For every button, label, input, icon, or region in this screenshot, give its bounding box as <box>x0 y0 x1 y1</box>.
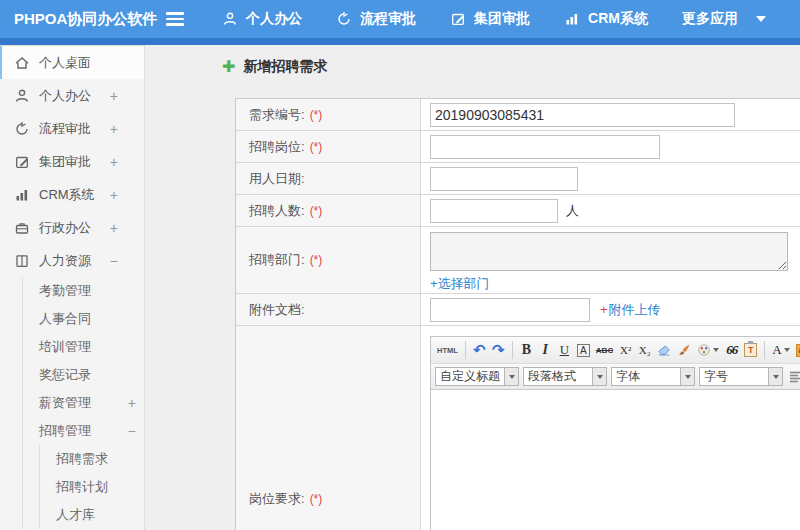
chevron-down-icon[interactable] <box>505 367 519 386</box>
highlight-button[interactable]: ab <box>794 341 800 360</box>
sidebar-item-crm-system[interactable]: CRM系统+ <box>0 178 144 211</box>
paragraph-format-select-value: 段落格式 <box>523 367 593 386</box>
paintbrush-button[interactable] <box>675 341 693 360</box>
sidebar-item-admin-office[interactable]: 行政办公+ <box>0 211 144 244</box>
sidebar-item-label: 个人办公 <box>39 87 91 105</box>
font-family-select[interactable]: 字体 <box>611 367 695 386</box>
font-style-button[interactable]: A <box>575 341 592 360</box>
attachment-upload-link[interactable]: +附件上传 <box>600 301 661 319</box>
expand-icon[interactable]: + <box>110 155 118 169</box>
sidebar-item-workflow-approval[interactable]: 流程审批+ <box>0 112 144 145</box>
expand-icon[interactable]: + <box>110 188 118 202</box>
chart-icon <box>14 187 30 203</box>
nav-item-more-apps[interactable]: 更多应用 <box>682 10 766 28</box>
flow-icon <box>336 11 352 27</box>
page-title: ✚ 新增招聘需求 <box>222 58 327 76</box>
home-icon <box>14 55 30 71</box>
bold-button[interactable]: B <box>518 341 535 360</box>
required-mark: (*) <box>310 253 323 267</box>
paste-button[interactable]: T <box>742 341 759 360</box>
page-title-text: 新增招聘需求 <box>243 58 327 76</box>
editor-toolbar-row2: 自定义标题段落格式字体字号 <box>431 364 800 390</box>
sidebar-subitem-label: 招聘计划 <box>56 478 108 496</box>
required-mark: (*) <box>310 492 323 506</box>
chevron-down-icon <box>713 348 719 352</box>
sidebar-item-personal-desktop[interactable]: 个人桌面 <box>0 46 144 79</box>
department-label: 招聘部门: (*) <box>236 227 421 293</box>
color-palette-button[interactable] <box>695 341 721 360</box>
sidebar-subitem-salary-management[interactable]: 薪资管理+ <box>23 389 144 417</box>
blockquote-button[interactable]: 66 <box>723 341 740 360</box>
sidebar-subitem-training-management[interactable]: 培训管理 <box>23 333 144 361</box>
chevron-down-icon[interactable] <box>769 367 783 386</box>
sidebar-item-group-approval[interactable]: 集团审批+ <box>0 145 144 178</box>
position-label: 招聘岗位: (*) <box>236 131 421 162</box>
date-label: 用人日期: <box>236 163 421 194</box>
nav-item-crm-system[interactable]: CRM系统 <box>564 10 648 28</box>
sidebar-item-human-resources[interactable]: 人力资源− <box>0 244 144 277</box>
font-size-select[interactable]: 字号 <box>699 367 783 386</box>
expand-icon[interactable]: + <box>110 221 118 235</box>
department-textarea[interactable] <box>430 232 788 271</box>
superscript-button[interactable]: X² <box>617 341 634 360</box>
sidebar-item-label: CRM系统 <box>39 186 95 204</box>
attachment-input[interactable] <box>430 298 590 322</box>
briefcase-icon <box>14 220 30 236</box>
collapse-icon[interactable]: − <box>110 254 118 268</box>
subscript-button[interactable]: X₂ <box>636 341 653 360</box>
sidebar-item-personal-office[interactable]: 个人办公+ <box>0 79 144 112</box>
top-bar: PHPOA协同办公软件 个人办公流程审批集团审批CRM系统更多应用 <box>0 0 800 38</box>
select-department-link[interactable]: +选择部门 <box>430 275 490 293</box>
nav-item-workflow-approval[interactable]: 流程审批 <box>336 10 416 28</box>
count-unit: 人 <box>566 202 579 220</box>
sidebar-subitem-recruit-plan[interactable]: 招聘计划 <box>40 473 144 501</box>
user-icon <box>14 88 30 104</box>
date-input[interactable] <box>430 167 578 191</box>
sidebar-subitem-reward-punish-record[interactable]: 奖惩记录 <box>23 361 144 389</box>
chevron-down-icon <box>756 16 766 22</box>
collapse-icon[interactable]: − <box>128 424 136 438</box>
sidebar-subitem-label: 考勤管理 <box>39 282 91 300</box>
italic-button[interactable]: I <box>537 341 554 360</box>
font-size-select-value: 字号 <box>699 367 769 386</box>
form-row-position: 招聘岗位: (*) <box>236 131 800 163</box>
code-input[interactable] <box>430 103 735 127</box>
expand-icon[interactable]: + <box>110 89 118 103</box>
brush-icon <box>677 343 691 357</box>
sidebar-subitem-recruit-demand[interactable]: 招聘需求 <box>40 445 144 473</box>
nav-item-label: CRM系统 <box>588 10 648 28</box>
html-source-button[interactable]: HTML <box>435 341 460 360</box>
underline-button[interactable]: U <box>556 341 573 360</box>
font-color-button[interactable]: A <box>770 341 791 360</box>
heading-style-select[interactable]: 自定义标题 <box>435 367 519 386</box>
editor-content-area[interactable] <box>431 390 800 530</box>
nav-item-personal-office[interactable]: 个人办公 <box>222 10 302 28</box>
paragraph-format-select[interactable]: 段落格式 <box>523 367 607 386</box>
nav-item-label: 流程审批 <box>360 10 416 28</box>
chevron-down-icon[interactable] <box>681 367 695 386</box>
plus-icon: + <box>600 302 608 317</box>
count-input[interactable] <box>430 199 558 223</box>
sidebar-subitem-talent-pool[interactable]: 人才库 <box>40 501 144 529</box>
sidebar-subitem-hr-contract[interactable]: 人事合同 <box>23 305 144 333</box>
sidebar-subitem-attendance-management[interactable]: 考勤管理 <box>23 277 144 305</box>
expand-icon[interactable]: + <box>128 396 136 410</box>
top-nav: 个人办公流程审批集团审批CRM系统更多应用 <box>222 10 800 28</box>
strikethrough-button[interactable]: ABC <box>594 341 615 360</box>
align-left-button[interactable] <box>787 367 800 386</box>
position-input[interactable] <box>430 135 660 159</box>
edit-icon <box>14 154 30 170</box>
menu-icon[interactable] <box>166 9 184 29</box>
chevron-down-icon[interactable] <box>593 367 607 386</box>
form-row-requirement: 岗位要求: (*) HTML↶↷BIUAABCX²X₂66TAab 自定义标题段… <box>236 326 800 530</box>
redo-button[interactable]: ↷ <box>490 341 507 360</box>
sidebar-hr-submenu: 考勤管理人事合同培训管理奖惩记录薪资管理+招聘管理−招聘需求招聘计划人才库 <box>22 277 144 529</box>
sidebar-recruitment-submenu: 招聘需求招聘计划人才库 <box>39 445 144 529</box>
eraser-button[interactable] <box>655 341 673 360</box>
form-row-count: 招聘人数: (*) 人 <box>236 195 800 227</box>
sidebar-subitem-recruit-management[interactable]: 招聘管理− <box>23 417 144 445</box>
nav-item-group-approval[interactable]: 集团审批 <box>450 10 530 28</box>
top-bar-accent-strip <box>0 38 800 45</box>
undo-button[interactable]: ↶ <box>471 341 488 360</box>
expand-icon[interactable]: + <box>110 122 118 136</box>
